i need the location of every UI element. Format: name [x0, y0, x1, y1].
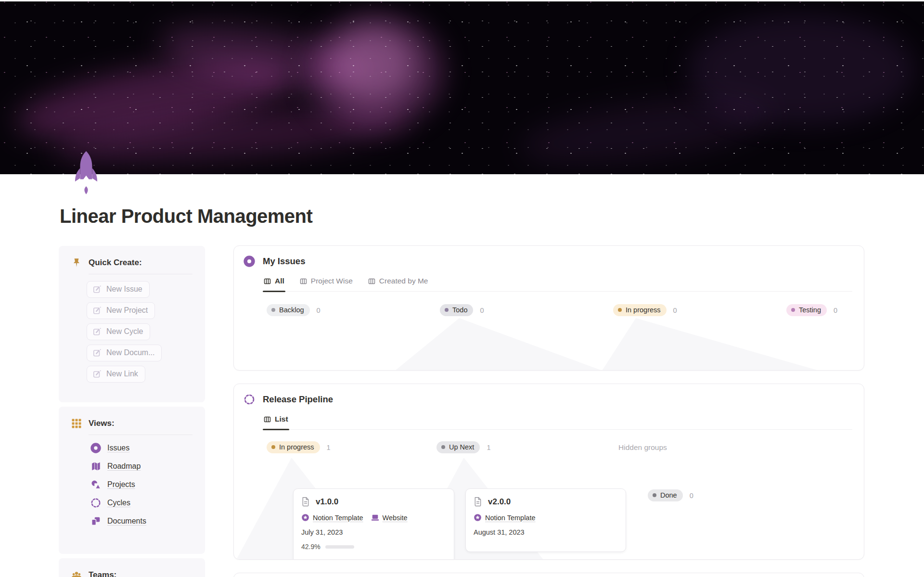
document-icon	[474, 497, 482, 507]
sidebar-item-label: Roadmap	[107, 462, 141, 471]
board-icon	[264, 416, 271, 423]
new-cycle-button[interactable]: New Cycle	[87, 323, 150, 340]
status-label: Testing	[799, 306, 821, 314]
new-project-button[interactable]: New Project	[87, 302, 155, 319]
dashed-circle-icon	[244, 394, 255, 405]
status-badge[interactable]: In progress	[613, 304, 667, 316]
edit-icon	[93, 285, 102, 294]
tab-all[interactable]: All	[263, 273, 285, 291]
document-icon	[301, 497, 309, 507]
group-count: 0	[834, 307, 837, 314]
status-badge[interactable]: Done	[648, 489, 683, 501]
pages-icon	[90, 516, 101, 526]
view-tabs: All Project Wise Created by Me	[263, 273, 852, 292]
status-badge[interactable]: Testing	[786, 304, 827, 316]
edit-icon	[93, 327, 102, 336]
donut-icon	[244, 256, 255, 267]
status-label: In progress	[626, 306, 661, 314]
views-title: Views:	[89, 419, 115, 428]
tab-list[interactable]: List	[263, 411, 289, 429]
empty-board-triangle	[602, 318, 819, 371]
laptop-icon	[371, 513, 379, 522]
group-up-next: Up Next 1	[436, 441, 618, 453]
release-pipeline-card: Release Pipeline List In progress 1 Up N…	[233, 384, 864, 560]
link-label: Website	[383, 514, 408, 522]
status-dot	[653, 493, 656, 497]
database-title: Release Pipeline	[263, 394, 333, 405]
release-card-links: Notion Template	[474, 513, 618, 522]
group-in-progress: In progress 0	[613, 304, 786, 316]
status-badge[interactable]: Todo	[440, 304, 473, 316]
board-icon	[264, 278, 271, 285]
tab-created-by-me[interactable]: Created by Me	[367, 273, 429, 291]
cover-image	[0, 0, 924, 174]
hidden-groups[interactable]: Hidden groups	[618, 443, 667, 452]
edit-icon	[93, 370, 102, 378]
rocket-icon[interactable]	[72, 150, 100, 198]
release-date: July 31, 2023	[301, 528, 446, 536]
sidebar-item-label: Issues	[107, 444, 129, 452]
shapes-icon	[90, 479, 101, 490]
map-icon	[90, 461, 101, 472]
group-testing: Testing 0	[786, 304, 837, 316]
status-label: Backlog	[279, 306, 304, 314]
tab-project-wise[interactable]: Project Wise	[299, 273, 354, 291]
group-count: 1	[327, 444, 331, 451]
teams-title: Teams:	[89, 570, 116, 577]
badge-icon	[301, 513, 309, 522]
button-label: New Project	[106, 306, 148, 315]
my-issues-card: My Issues All Project Wise Created by Me	[233, 245, 864, 371]
release-card-title-row: v1.0.0	[301, 497, 446, 507]
release-card-title: v2.0.0	[488, 497, 511, 507]
empty-board-triangle	[395, 318, 602, 371]
new-link-button[interactable]: New Link	[87, 366, 145, 383]
button-label: New Issue	[106, 285, 142, 294]
status-dot	[618, 308, 622, 312]
status-label: Todo	[452, 306, 467, 314]
link-label: Notion Template	[485, 514, 536, 522]
main-content: My Issues All Project Wise Created by Me	[233, 245, 864, 577]
status-dot	[791, 308, 795, 312]
notion-template-link[interactable]: Notion Template	[474, 513, 536, 522]
new-issue-button[interactable]: New Issue	[87, 281, 150, 298]
status-badge[interactable]: Backlog	[267, 304, 310, 316]
release-card-title: v1.0.0	[316, 497, 338, 507]
notion-template-link[interactable]: Notion Template	[301, 513, 363, 522]
sidebar-item-issues[interactable]: Issues	[90, 443, 192, 453]
group-done: Done 0	[648, 489, 693, 501]
quick-create-card: Quick Create: New Issue New Project New …	[59, 246, 205, 402]
dashed-circle-icon	[90, 498, 101, 508]
release-card-title-row: v2.0.0	[474, 497, 618, 507]
new-document-button[interactable]: New Docum...	[87, 345, 162, 361]
view-tabs: List	[263, 411, 852, 430]
group-count: 0	[317, 307, 321, 314]
release-card-v1[interactable]: v1.0.0 Notion Template Website July 31, …	[293, 488, 454, 560]
progress-row: 42.9%	[301, 543, 446, 551]
status-badge[interactable]: In progress	[267, 441, 320, 453]
group-in-progress: In progress 1	[267, 441, 436, 453]
database-title: My Issues	[263, 256, 305, 267]
sidebar: Quick Create: New Issue New Project New …	[59, 246, 205, 577]
sidebar-item-projects[interactable]: Projects	[90, 479, 192, 490]
quick-create-title: Quick Create:	[89, 258, 142, 268]
group-count: 0	[673, 307, 677, 314]
grid-icon	[71, 418, 82, 429]
sidebar-item-roadmap[interactable]: Roadmap	[90, 461, 192, 472]
tab-label: All	[275, 277, 284, 285]
sidebar-item-label: Projects	[107, 480, 135, 489]
quick-create-buttons: New Issue New Project New Cycle New Docu…	[71, 281, 192, 383]
release-card-v2[interactable]: v2.0.0 Notion Template August 31, 2023	[465, 488, 626, 552]
edit-icon	[93, 306, 102, 315]
my-issues-body: All Project Wise Created by Me Backlog 0…	[263, 273, 852, 316]
status-label: In progress	[279, 443, 314, 451]
sidebar-item-documents[interactable]: Documents	[90, 516, 192, 526]
next-card-partial	[233, 573, 864, 577]
release-pipeline-header: Release Pipeline	[234, 384, 864, 405]
status-badge[interactable]: Up Next	[436, 441, 480, 453]
tab-label: List	[275, 415, 288, 423]
teams-card: Teams:	[59, 558, 205, 577]
starfield	[0, 0, 924, 174]
website-link[interactable]: Website	[371, 513, 408, 522]
sidebar-item-cycles[interactable]: Cycles	[90, 498, 192, 508]
tab-label: Created by Me	[379, 277, 428, 285]
